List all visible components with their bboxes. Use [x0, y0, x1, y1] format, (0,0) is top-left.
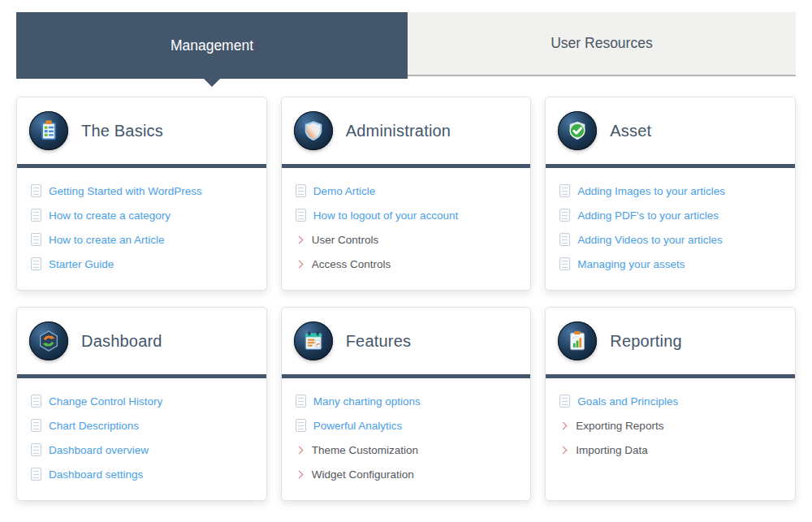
article-link[interactable]: Adding Images to your articles: [559, 179, 783, 203]
category-card-features: Features Many charting options Powerful …: [281, 307, 532, 501]
article-link[interactable]: How to logout of your account: [296, 203, 519, 227]
article-link-label: Many charting options: [313, 395, 421, 408]
article-list: Demo Article How to logout of your accou…: [282, 168, 531, 276]
document-icon: [559, 233, 570, 246]
active-tab-caret-icon: [203, 78, 221, 87]
subcategory-link[interactable]: Widget Configuration: [296, 462, 519, 486]
subcategory-link[interactable]: Access Controls: [296, 252, 519, 276]
category-header-reporting[interactable]: Reporting: [546, 308, 795, 374]
article-link[interactable]: How to create a category: [31, 203, 254, 227]
document-icon: [559, 209, 570, 222]
category-header-features[interactable]: Features: [282, 308, 531, 374]
chevron-right-icon: [559, 446, 568, 454]
tab-management-label: Management: [171, 37, 253, 54]
document-icon: [559, 257, 570, 270]
bar-chart-icon: [558, 321, 597, 360]
article-link-label: How to create an Article: [49, 234, 165, 246]
document-icon: [31, 443, 41, 456]
document-icon: [31, 233, 41, 246]
category-grid: The Basics Getting Started with WordPres…: [16, 97, 796, 501]
document-icon: [296, 419, 306, 432]
tab-bar: Management User Resources: [16, 12, 796, 87]
article-link[interactable]: Chart Descriptions: [31, 413, 254, 438]
document-icon: [296, 395, 306, 408]
article-link[interactable]: Demo Article: [296, 179, 519, 203]
subcategory-link-label: User Controls: [312, 234, 379, 246]
article-link[interactable]: Managing your assets: [559, 252, 783, 276]
document-icon: [559, 395, 570, 408]
category-card-asset: Asset Adding Images to your articles Add…: [545, 97, 796, 291]
document-icon: [296, 184, 306, 197]
category-header-administration[interactable]: Administration: [282, 97, 531, 164]
article-link[interactable]: Starter Guide: [31, 252, 254, 276]
article-link-label: Getting Started with WordPress: [49, 185, 202, 197]
tab-management[interactable]: Management: [16, 12, 408, 79]
article-link[interactable]: Many charting options: [296, 389, 519, 413]
subcategory-link[interactable]: Exporting Reports: [559, 413, 783, 438]
check-badge-icon: [558, 111, 597, 150]
shield-icon: [294, 111, 333, 150]
subcategory-link[interactable]: Importing Data: [559, 438, 783, 462]
category-title: The Basics: [81, 122, 163, 140]
article-link-label: Dashboard settings: [49, 468, 143, 481]
article-link[interactable]: Change Control History: [31, 389, 254, 413]
article-link[interactable]: Adding Videos to your articles: [559, 227, 783, 252]
category-title: Dashboard: [81, 332, 162, 351]
document-icon: [31, 184, 41, 197]
article-link-label: Goals and Principles: [577, 395, 678, 408]
category-title: Features: [346, 332, 412, 351]
article-list: Getting Started with WordPress How to cr…: [17, 168, 266, 276]
category-title: Reporting: [610, 332, 682, 351]
category-header-asset[interactable]: Asset: [546, 97, 795, 164]
article-link[interactable]: Dashboard settings: [31, 462, 254, 486]
notepad-icon: [294, 321, 333, 360]
document-icon: [296, 209, 306, 222]
article-link[interactable]: Adding PDF's to your articles: [559, 203, 783, 227]
category-card-the-basics: The Basics Getting Started with WordPres…: [16, 97, 267, 291]
article-link-label: Starter Guide: [49, 258, 114, 270]
article-list: Many charting options Powerful Analytics…: [282, 378, 531, 486]
chevron-right-icon: [295, 470, 303, 478]
subcategory-link[interactable]: User Controls: [296, 227, 519, 252]
chevron-right-icon: [295, 235, 303, 244]
sync-hexagon-icon: [29, 321, 68, 360]
document-icon: [559, 184, 570, 197]
article-link-label: Adding Images to your articles: [577, 185, 725, 197]
category-card-administration: Administration Demo Article How to logou…: [281, 97, 532, 291]
article-link[interactable]: How to create an Article: [31, 227, 254, 252]
article-list: Change Control History Chart Description…: [17, 378, 266, 486]
subcategory-link-label: Theme Customization: [312, 444, 418, 456]
document-icon: [31, 395, 41, 408]
category-card-dashboard: Dashboard Change Control History Chart D…: [16, 307, 267, 501]
article-link[interactable]: Getting Started with WordPress: [31, 179, 254, 203]
subcategory-link-label: Exporting Reports: [576, 420, 663, 432]
category-header-dashboard[interactable]: Dashboard: [17, 308, 266, 374]
article-link-label: Chart Descriptions: [49, 420, 139, 432]
subcategory-link-label: Importing Data: [576, 444, 648, 456]
article-link-label: Managing your assets: [577, 258, 685, 270]
category-card-reporting: Reporting Goals and Principles Exporting…: [545, 307, 796, 501]
document-icon: [31, 209, 41, 222]
article-link-label: How to create a category: [49, 209, 171, 222]
article-link[interactable]: Goals and Principles: [559, 389, 783, 413]
category-title: Administration: [346, 122, 451, 140]
chevron-right-icon: [295, 260, 303, 268]
article-link-label: Powerful Analytics: [313, 420, 403, 432]
tab-user-resources[interactable]: User Resources: [408, 12, 796, 76]
article-link[interactable]: Powerful Analytics: [296, 413, 519, 438]
subcategory-link[interactable]: Theme Customization: [296, 438, 519, 462]
article-list: Goals and Principles Exporting Reports I…: [546, 378, 795, 462]
article-link[interactable]: Dashboard overview: [31, 438, 254, 462]
category-header-the-basics[interactable]: The Basics: [17, 97, 266, 164]
article-link-label: Demo Article: [313, 185, 376, 197]
article-list: Adding Images to your articles Adding PD…: [546, 168, 795, 276]
subcategory-link-label: Access Controls: [312, 258, 391, 270]
article-link-label: Adding Videos to your articles: [577, 234, 722, 246]
document-icon: [31, 468, 41, 481]
article-link-label: Dashboard overview: [49, 444, 149, 456]
document-icon: [31, 257, 41, 270]
chevron-right-icon: [295, 446, 303, 454]
category-title: Asset: [610, 122, 651, 140]
article-link-label: Adding PDF's to your articles: [577, 209, 719, 222]
tab-user-resources-label: User Resources: [551, 35, 652, 52]
